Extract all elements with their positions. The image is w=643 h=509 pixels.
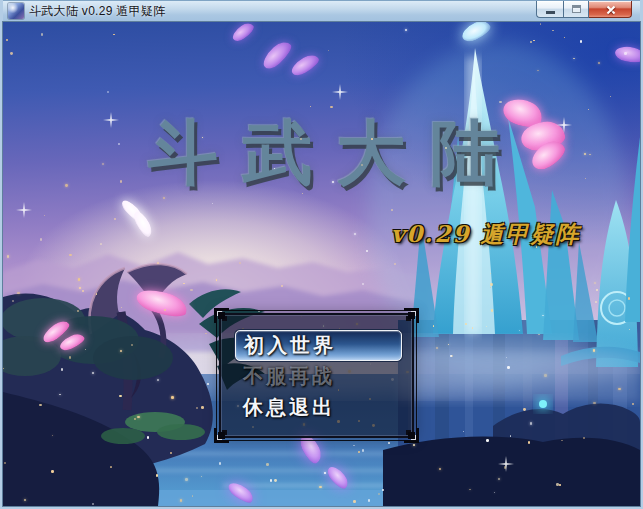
sparkle <box>102 163 104 165</box>
sparkle <box>378 493 380 495</box>
sparkle <box>366 250 368 252</box>
sparkle <box>163 197 165 199</box>
sparkle <box>201 406 204 409</box>
sparkle <box>388 442 389 443</box>
sparkle <box>156 474 158 476</box>
sparkle <box>92 372 94 374</box>
maximize-icon <box>572 5 581 13</box>
sparkle <box>157 379 159 381</box>
sparkle <box>180 499 182 501</box>
app-window: 斗武大陆 v0.29 遁甲疑阵 <box>0 0 643 509</box>
sparkle <box>270 479 272 481</box>
game-viewport: 斗武大陆 v0.29 遁甲疑阵 初入世界 不服再战 休息退出 <box>3 22 640 506</box>
sparkle <box>499 101 501 103</box>
sparkle <box>185 478 187 480</box>
menu-corner-ornament <box>404 428 419 443</box>
sparkle <box>119 395 122 398</box>
sparkle <box>78 278 80 280</box>
sparkle <box>65 184 68 187</box>
sparkle <box>79 287 81 289</box>
sparkle <box>536 246 537 247</box>
close-button[interactable] <box>589 1 632 18</box>
sparkle <box>330 106 333 109</box>
sparkle <box>491 309 493 311</box>
sparkle <box>281 285 282 286</box>
star-sparkle <box>556 117 572 133</box>
sparkle <box>61 368 63 370</box>
minimize-button[interactable] <box>536 1 563 18</box>
sparkle <box>552 30 553 31</box>
sparkle <box>362 283 364 285</box>
sparkle <box>498 478 500 480</box>
sparkle <box>486 439 489 442</box>
sparkle <box>490 283 492 285</box>
sparkle <box>405 29 407 31</box>
sparkle <box>51 470 54 473</box>
sparkle <box>618 388 620 390</box>
sparkle <box>274 479 277 482</box>
sparkle <box>69 254 71 256</box>
star-sparkle <box>332 84 348 100</box>
sparkle <box>583 437 585 439</box>
sparkle <box>450 355 452 357</box>
sparkle <box>207 383 209 385</box>
game-title: 斗武大陆 <box>148 118 524 188</box>
sparkle <box>504 466 507 469</box>
window-title: 斗武大陆 v0.29 遁甲疑阵 <box>29 3 166 20</box>
close-icon <box>605 4 616 15</box>
sparkle <box>537 70 538 71</box>
sparkle <box>17 292 19 294</box>
sparkle <box>528 441 530 443</box>
sparkle <box>192 495 193 496</box>
main-menu-window: 初入世界 不服再战 休息退出 <box>219 313 414 438</box>
maximize-button[interactable] <box>563 1 589 18</box>
sparkle <box>559 484 561 486</box>
sparkle <box>202 137 203 138</box>
star-sparkle <box>498 456 514 472</box>
sparkle <box>219 462 222 465</box>
sparkle <box>24 499 26 501</box>
sparkle <box>92 503 94 505</box>
sparkle <box>113 34 114 35</box>
sparkle <box>593 402 596 405</box>
sparkle <box>472 327 474 329</box>
app-icon[interactable] <box>8 3 24 19</box>
sparkle <box>212 203 213 204</box>
sparkle <box>445 147 447 149</box>
menu-item-rematch[interactable]: 不服再战 <box>235 361 402 392</box>
star-sparkle <box>103 112 119 128</box>
sparkle <box>544 374 546 376</box>
sparkle <box>100 243 102 245</box>
menu-corner-ornament <box>214 308 229 323</box>
sparkle <box>530 422 532 424</box>
sparkle <box>134 418 136 420</box>
sparkle <box>69 356 71 358</box>
sparkle <box>353 500 355 502</box>
sparkle <box>354 233 356 235</box>
sparkle <box>239 262 241 264</box>
menu-item-new-game[interactable]: 初入世界 <box>235 330 402 361</box>
sparkle <box>439 468 441 470</box>
sparkle <box>120 180 122 182</box>
sparkle <box>6 39 8 41</box>
sparkle <box>624 52 626 54</box>
sparkle <box>190 289 192 291</box>
sparkle <box>564 37 565 38</box>
sparkle <box>266 463 269 466</box>
sparkle <box>507 366 510 369</box>
title-bar[interactable]: 斗武大陆 v0.29 遁甲疑阵 <box>3 0 640 22</box>
sparkle <box>593 349 596 352</box>
sparkle <box>118 143 120 145</box>
sparkle <box>196 407 198 409</box>
game-version-subtitle: v0.29 遁甲疑阵 <box>391 219 580 250</box>
sparkle <box>540 23 541 24</box>
sparkle <box>530 41 531 42</box>
menu-corner-ornament <box>404 308 419 323</box>
menu-corner-ornament <box>214 428 229 443</box>
sparkle <box>368 499 371 502</box>
star-sparkle <box>16 202 32 218</box>
sparkle <box>164 309 166 311</box>
menu-item-exit[interactable]: 休息退出 <box>235 392 402 423</box>
minimize-icon <box>546 11 555 14</box>
window-controls <box>536 1 632 18</box>
